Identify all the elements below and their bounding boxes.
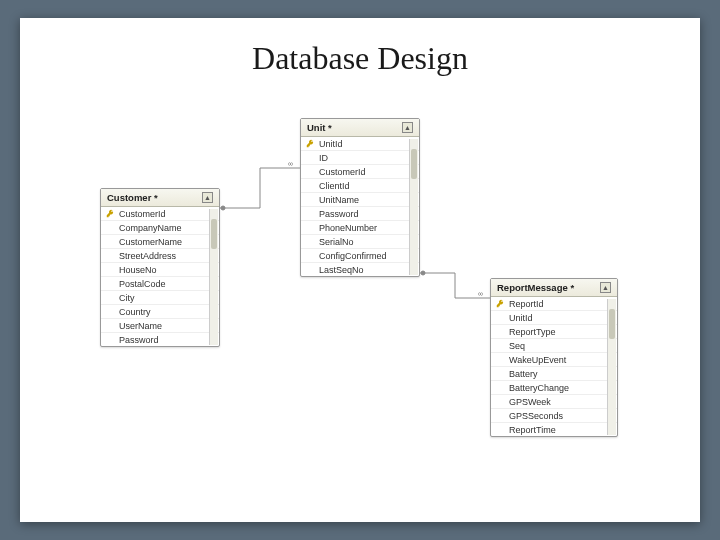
entity-title: Unit * <box>307 122 332 133</box>
field-list-customer: CustomerIdCompanyNameCustomerNameStreetA… <box>101 207 219 346</box>
key-icon <box>495 299 505 308</box>
field-name: CustomerName <box>119 237 182 247</box>
field-name: PhoneNumber <box>319 223 377 233</box>
field-row[interactable]: Country <box>101 305 219 319</box>
field-row[interactable]: WakeUpEvent <box>491 353 617 367</box>
field-row[interactable]: UnitName <box>301 193 419 207</box>
field-name: Country <box>119 307 151 317</box>
field-row[interactable]: ReportTime <box>491 423 617 436</box>
field-name: CustomerId <box>119 209 166 219</box>
field-name: PostalCode <box>119 279 166 289</box>
field-row[interactable]: BatteryChange <box>491 381 617 395</box>
entity-header-unit: Unit * ▲ <box>301 119 419 137</box>
field-name: City <box>119 293 135 303</box>
svg-point-1 <box>421 271 425 275</box>
field-name: SerialNo <box>319 237 354 247</box>
field-name: Seq <box>509 341 525 351</box>
field-name: UnitId <box>509 313 533 323</box>
collapse-icon[interactable]: ▲ <box>202 192 213 203</box>
relationship-unit-report <box>420 268 490 308</box>
field-row[interactable]: StreetAddress <box>101 249 219 263</box>
field-name: WakeUpEvent <box>509 355 566 365</box>
key-icon <box>305 139 315 148</box>
field-row[interactable]: ReportType <box>491 325 617 339</box>
field-row[interactable]: ID <box>301 151 419 165</box>
field-name: Password <box>119 335 159 345</box>
entity-customer[interactable]: Customer * ▲ CustomerIdCompanyNameCustom… <box>100 188 220 347</box>
field-name: CompanyName <box>119 223 182 233</box>
cardinality-many-icon: ∞ <box>288 160 293 167</box>
entity-title: Customer * <box>107 192 158 203</box>
field-name: Battery <box>509 369 538 379</box>
field-name: BatteryChange <box>509 383 569 393</box>
field-row[interactable]: CompanyName <box>101 221 219 235</box>
field-name: ID <box>319 153 328 163</box>
entity-unit[interactable]: Unit * ▲ UnitIdIDCustomerIdClientIdUnitN… <box>300 118 420 277</box>
field-name: ReportId <box>509 299 544 309</box>
cardinality-many-icon: ∞ <box>478 290 483 297</box>
field-row[interactable]: Battery <box>491 367 617 381</box>
field-name: UnitName <box>319 195 359 205</box>
entity-title: ReportMessage * <box>497 282 574 293</box>
field-row[interactable]: UserName <box>101 319 219 333</box>
field-row[interactable]: Password <box>301 207 419 221</box>
field-row[interactable]: GPSWeek <box>491 395 617 409</box>
field-row[interactable]: ReportId <box>491 297 617 311</box>
field-name: ReportType <box>509 327 556 337</box>
field-row[interactable]: GPSSeconds <box>491 409 617 423</box>
field-name: Password <box>319 209 359 219</box>
field-row[interactable]: Password <box>101 333 219 346</box>
diagram-canvas: Customer * ▲ CustomerIdCompanyNameCustom… <box>100 118 660 498</box>
field-name: ClientId <box>319 181 350 191</box>
key-icon <box>105 209 115 218</box>
field-row[interactable]: UnitId <box>491 311 617 325</box>
page-title: Database Design <box>20 40 700 77</box>
field-name: ReportTime <box>509 425 556 435</box>
relationship-customer-unit <box>220 158 300 218</box>
field-name: ConfigConfirmed <box>319 251 387 261</box>
entity-header-report: ReportMessage * ▲ <box>491 279 617 297</box>
field-name: UnitId <box>319 139 343 149</box>
field-name: UserName <box>119 321 162 331</box>
field-row[interactable]: LastSeqNo <box>301 263 419 276</box>
entity-header-customer: Customer * ▲ <box>101 189 219 207</box>
field-name: LastSeqNo <box>319 265 364 275</box>
scrollbar[interactable] <box>607 299 616 435</box>
field-name: GPSWeek <box>509 397 551 407</box>
field-row[interactable]: City <box>101 291 219 305</box>
field-row[interactable]: CustomerId <box>301 165 419 179</box>
collapse-icon[interactable]: ▲ <box>600 282 611 293</box>
field-row[interactable]: ClientId <box>301 179 419 193</box>
field-row[interactable]: PhoneNumber <box>301 221 419 235</box>
field-list-unit: UnitIdIDCustomerIdClientIdUnitNamePasswo… <box>301 137 419 276</box>
field-row[interactable]: ConfigConfirmed <box>301 249 419 263</box>
field-row[interactable]: SerialNo <box>301 235 419 249</box>
entity-report[interactable]: ReportMessage * ▲ ReportIdUnitIdReportTy… <box>490 278 618 437</box>
field-name: CustomerId <box>319 167 366 177</box>
field-row[interactable]: PostalCode <box>101 277 219 291</box>
field-name: GPSSeconds <box>509 411 563 421</box>
scrollbar[interactable] <box>409 139 418 275</box>
field-name: StreetAddress <box>119 251 176 261</box>
field-row[interactable]: CustomerId <box>101 207 219 221</box>
field-row[interactable]: UnitId <box>301 137 419 151</box>
field-row[interactable]: CustomerName <box>101 235 219 249</box>
field-row[interactable]: HouseNo <box>101 263 219 277</box>
slide: Database Design Customer * ▲ CustomerIdC… <box>20 18 700 522</box>
field-name: HouseNo <box>119 265 157 275</box>
field-list-report: ReportIdUnitIdReportTypeSeqWakeUpEventBa… <box>491 297 617 436</box>
collapse-icon[interactable]: ▲ <box>402 122 413 133</box>
svg-point-0 <box>221 206 225 210</box>
scrollbar[interactable] <box>209 209 218 345</box>
field-row[interactable]: Seq <box>491 339 617 353</box>
